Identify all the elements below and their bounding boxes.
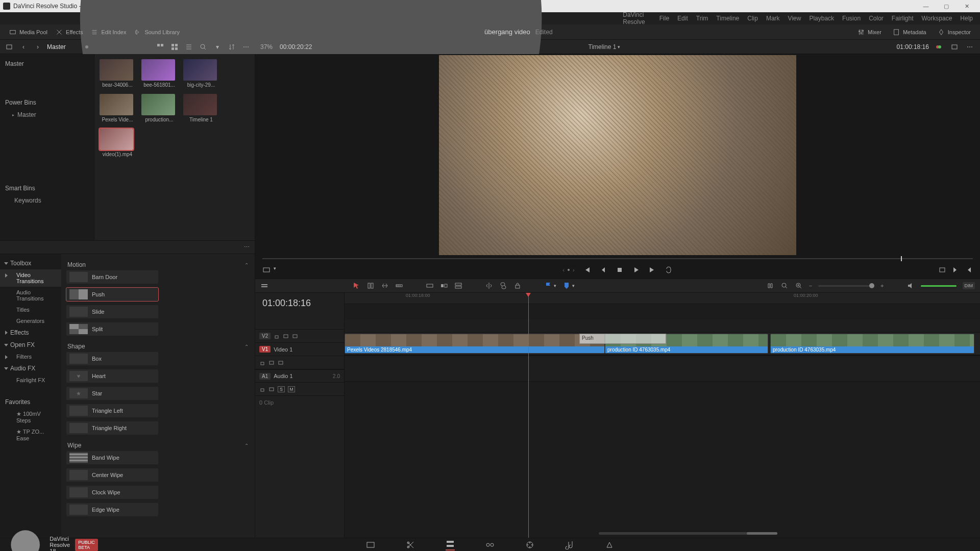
menu-fusion[interactable]: Fusion [838,15,865,22]
fx-group-wipe[interactable]: Wipe⌃ [66,439,250,451]
media-clip[interactable]: bear-34006... [100,59,135,88]
track-v1[interactable]: Pexels Videos 2818546.mp4 Push productio… [345,333,980,355]
effects-toggle[interactable]: Effects [52,27,87,37]
flag-dropdown[interactable]: ▾ [544,282,556,290]
fx-cat-toolbox[interactable]: Toolbox [0,257,61,269]
fx-cat-audiofx[interactable]: Audio FX [0,362,61,374]
inspector-toggle[interactable]: Inspector [934,27,975,37]
single-viewer-button[interactable] [949,42,960,52]
sound-library-toggle[interactable]: Sound Library [130,27,184,37]
selection-tool[interactable] [352,282,360,290]
fx-group-shape[interactable]: Shape⌃ [66,340,250,352]
fx-item-triangle-left[interactable]: Triangle Left [66,404,158,417]
marker-dropdown[interactable]: ▾ [562,282,575,290]
fx-fav-tpzo[interactable]: ★ TP ZO... Ease [0,426,61,444]
search-button[interactable] [198,42,208,52]
track-header-a1[interactable]: A1 Audio 1 2.0 [255,369,344,382]
stop-button[interactable] [616,266,624,274]
nav-dots[interactable]: ‹› [562,267,574,273]
prev-edit-button[interactable] [965,266,973,274]
volume-slider[interactable] [921,285,957,287]
lock-icon[interactable] [259,360,265,366]
insert-clip-button[interactable] [426,282,434,290]
jump-end-button[interactable] [648,266,656,274]
step-back-button[interactable] [599,266,607,274]
fx-cat-audio-transitions[interactable]: Audio Transitions [0,287,61,304]
dynamic-trim-tool[interactable] [381,282,389,290]
menu-file[interactable]: File [655,15,673,22]
page-media[interactable] [366,540,375,549]
zoom-out-button[interactable]: − [809,283,812,289]
fx-cat-fairlightfx[interactable]: Fairlight FX [0,374,61,386]
jump-start-button[interactable] [583,266,591,274]
next-edit-button[interactable] [951,266,960,274]
blade-edit-tool[interactable] [485,282,493,290]
auto-select-icon[interactable] [268,360,275,366]
replace-clip-button[interactable] [454,282,462,290]
menu-playback[interactable]: Playback [805,15,838,22]
dim-toggle[interactable]: DIM [963,282,975,289]
smart-bins-heading[interactable]: Smart Bins [0,182,94,195]
menu-timeline[interactable]: Timeline [712,15,743,22]
media-clip-timeline[interactable]: Timeline 1 [183,94,219,122]
edit-index-toggle[interactable]: Edit Index [87,27,130,37]
menu-fairlight[interactable]: Fairlight [888,15,918,22]
fx-item-edge-wipe[interactable]: Edge Wipe [66,503,158,516]
page-fusion[interactable] [485,540,495,549]
list-view-button[interactable] [169,42,180,52]
fx-item-band-wipe[interactable]: Band Wipe [66,451,158,464]
fx-item-slide[interactable]: Slide [66,305,158,318]
menu-mark[interactable]: Mark [762,15,784,22]
zoom-to-fit-button[interactable] [780,282,789,290]
menu-workspace[interactable]: Workspace [918,15,957,22]
loop-button[interactable] [665,266,673,274]
viewer-zoom[interactable]: 37% [260,43,273,51]
fx-item-clock-wipe[interactable]: Clock Wipe [66,486,158,499]
media-clip[interactable]: bee-561801... [141,59,177,88]
position-lock-toggle[interactable] [513,282,522,290]
blade-tool[interactable] [395,282,403,290]
menu-help[interactable]: Help [956,15,977,22]
timeline-ruler[interactable]: 01:00:18:00 01:00:20:00 [345,293,980,304]
snap-toggle[interactable] [766,282,774,290]
page-edit[interactable] [446,539,455,548]
viewer-mode-dropdown[interactable]: ▾ [262,266,276,274]
transition-drop-preview[interactable]: Push [579,334,666,344]
media-clip[interactable]: video(1).mp4 [100,129,135,157]
fx-cat-video-transitions[interactable]: Video Transitions [0,269,61,287]
minimize-button[interactable]: — [916,0,936,12]
fx-group-motion[interactable]: Motion⌃ [66,258,250,270]
thumbnail-view-button[interactable] [155,42,165,52]
menu-view[interactable]: View [784,15,805,22]
bin-view-dropdown[interactable] [4,42,14,52]
metadata-toggle[interactable]: Metadata [889,27,930,37]
nav-forward[interactable]: › [33,42,43,52]
search-dropdown[interactable]: ▾ [212,42,223,52]
timeline-scrollbar[interactable] [599,532,777,535]
fx-cat-effects[interactable]: Effects [0,327,61,339]
fx-fav-100mv[interactable]: ★ 100mV Steps [0,408,61,426]
mute-toggle[interactable] [906,282,915,290]
power-bin-master[interactable]: ▸Master [0,109,94,120]
link-toggle[interactable] [499,282,507,290]
lock-icon[interactable] [259,386,265,392]
page-deliver[interactable] [605,540,614,549]
fx-cat-favorites[interactable]: Favorites [0,396,61,408]
smart-bin-keywords[interactable]: Keywords [0,195,94,206]
media-clip[interactable]: big-city-29... [183,59,219,88]
page-color[interactable] [525,540,534,549]
media-clip[interactable]: production... [141,94,177,122]
power-bins-heading[interactable]: Power Bins [0,96,94,109]
track-v2[interactable] [345,319,980,333]
detail-zoom-button[interactable] [795,282,803,290]
mixer-toggle[interactable]: Mixer [853,27,886,37]
program-viewer[interactable] [439,55,796,255]
page-cut[interactable] [406,540,415,549]
overwrite-clip-button[interactable] [440,282,448,290]
maximize-button[interactable]: ▢ [936,0,957,12]
disable-icon[interactable] [278,360,284,366]
menu-davinci[interactable]: DaVinci Resolve [619,11,655,26]
viewer-scrubber[interactable] [255,255,980,262]
menu-color[interactable]: Color [865,15,888,22]
fx-item-split[interactable]: Split [66,322,158,336]
